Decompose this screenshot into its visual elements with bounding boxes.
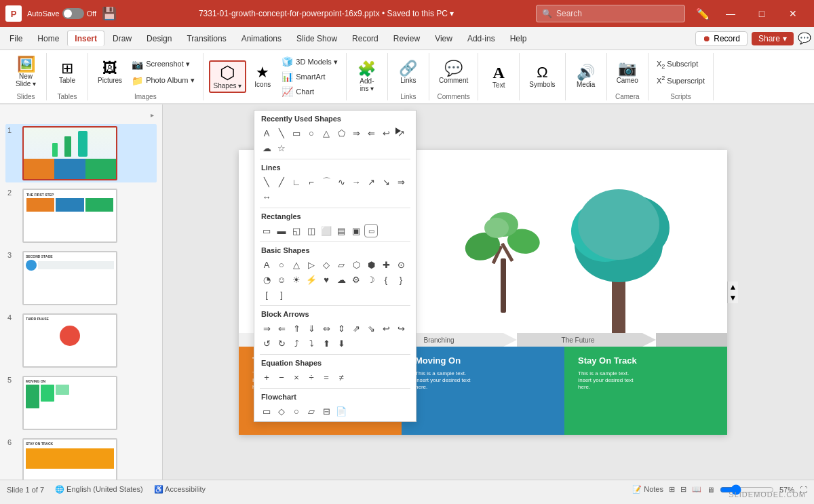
maximize-button[interactable]: □ [746, 0, 777, 27]
eq-notequal[interactable]: ≠ [334, 370, 348, 384]
pictures-button[interactable]: 🖼 Pictures [94, 58, 126, 87]
rect-1[interactable]: ▭ [260, 224, 273, 237]
barrow-bent[interactable]: ↩ [379, 322, 393, 335]
comment-icon[interactable]: 💬 [798, 32, 811, 45]
basic-ring[interactable]: ⊙ [394, 258, 408, 271]
vertical-scrollbar[interactable]: ▲ ▼ [727, 282, 738, 303]
menu-insert[interactable]: Insert [67, 31, 104, 46]
barrow-r[interactable]: ⇒ [260, 322, 273, 335]
line-arrow4[interactable]: ⇒ [394, 175, 408, 189]
shape-pentagon[interactable]: ⬠ [334, 126, 348, 140]
barrow-notch[interactable]: ⬆ [319, 336, 333, 350]
menu-design[interactable]: Design [140, 31, 178, 46]
slide-thumb-3[interactable]: 3 SECOND STAGE [5, 249, 157, 307]
close-button[interactable]: ✕ [777, 0, 809, 27]
basic-text[interactable]: A [260, 258, 273, 271]
media-button[interactable]: 🔊 Media [571, 62, 601, 91]
chart-button[interactable]: 📈 Chart [279, 85, 341, 98]
barrow-d[interactable]: ⇓ [305, 322, 318, 335]
search-box[interactable]: 🔍 Search [536, 5, 685, 22]
shape-text-icon[interactable]: A [260, 126, 273, 140]
barrow-ud[interactable]: ⇕ [334, 322, 348, 335]
barrow-diag[interactable]: ⇗ [349, 322, 363, 335]
presenter-view-icon[interactable]: 🖥 [707, 486, 714, 494]
menu-record[interactable]: Record [345, 31, 385, 46]
barrow-strip[interactable]: ⤴ [290, 336, 303, 350]
text-button[interactable]: A Text [484, 62, 513, 92]
shape-cursor-icon[interactable]: ↗ [394, 126, 408, 140]
slide-thumb-4[interactable]: 4 THIRD PHASE [5, 311, 157, 370]
line-angle[interactable]: ∟ [290, 175, 303, 189]
barrow-notch2[interactable]: ⬇ [334, 336, 348, 350]
menu-review[interactable]: Review [387, 31, 427, 46]
line-straight[interactable]: ╲ [260, 175, 273, 189]
flow-data[interactable]: ▱ [305, 404, 318, 418]
basic-diamond[interactable]: ◇ [319, 258, 333, 271]
basic-block-arc[interactable]: ◔ [260, 273, 273, 286]
barrow-u[interactable]: ⇑ [290, 322, 303, 335]
scroll-down-button[interactable]: ▼ [729, 292, 737, 303]
barrow-lr[interactable]: ⇔ [319, 322, 333, 335]
slide-thumb-5[interactable]: 5 MOVING ON [5, 374, 157, 432]
minimize-button[interactable]: — [715, 0, 746, 27]
comment-button[interactable]: 💬 Comment [435, 58, 472, 87]
save-icon[interactable]: 💾 [102, 6, 117, 21]
line-curve[interactable]: ⌒ [319, 175, 333, 189]
basic-rtri[interactable]: ▷ [305, 258, 318, 271]
basic-lightning[interactable]: ⚡ [305, 273, 318, 286]
line-freeform[interactable]: ∿ [334, 175, 348, 189]
shapes-button[interactable]: ⬡ Shapes ▾ [209, 60, 247, 93]
flow-doc[interactable]: 📄 [334, 404, 348, 418]
smartart-button[interactable]: 📊 SmartArt [279, 70, 341, 83]
menu-addins[interactable]: Add-ins [461, 31, 502, 46]
barrow-curve[interactable]: ↺ [260, 336, 273, 350]
rect-2[interactable]: ▬ [275, 224, 288, 237]
barrow-bent2[interactable]: ↪ [394, 322, 408, 335]
screenshot-button[interactable]: 📷 Screenshot ▾ [129, 58, 197, 71]
basic-brace-r[interactable]: } [394, 273, 408, 286]
rect-7[interactable]: ▣ [349, 224, 363, 237]
normal-view-icon[interactable]: ⊞ [669, 485, 675, 494]
flow-process[interactable]: ▭ [260, 404, 273, 418]
photo-album-button[interactable]: 📁 Photo Album ▾ [129, 74, 197, 88]
basic-triangle[interactable]: △ [290, 258, 303, 271]
rect-5[interactable]: ⬜ [319, 224, 333, 237]
cameo-button[interactable]: 📷 Cameo [613, 58, 642, 87]
record-button[interactable]: ⏺ Record [695, 31, 748, 46]
basic-hex[interactable]: ⬡ [349, 258, 363, 271]
line-double[interactable]: ⌐ [305, 175, 318, 189]
eq-equals[interactable]: = [319, 370, 333, 384]
shape-oval[interactable]: ○ [305, 126, 318, 140]
basic-heart[interactable]: ♥ [319, 273, 333, 286]
shape-arrow-right[interactable]: ⇒ [349, 126, 363, 140]
eq-minus[interactable]: − [275, 370, 288, 384]
slide-thumb-1[interactable]: 1 [5, 124, 157, 182]
flow-predefined[interactable]: ⊟ [319, 404, 333, 418]
basic-bracket-r[interactable]: ] [275, 288, 288, 301]
accessibility-info[interactable]: ♿ Accessibility [154, 485, 206, 494]
basic-sun[interactable]: ☀ [290, 273, 303, 286]
menu-animations[interactable]: Animations [235, 31, 288, 46]
menu-home[interactable]: Home [31, 31, 66, 46]
basic-cloud[interactable]: ☁ [334, 273, 348, 286]
menu-file[interactable]: File [3, 31, 29, 46]
basic-gear[interactable]: ⚙ [349, 273, 363, 286]
slide-thumb-2[interactable]: 2 THE FIRST STEP [5, 187, 157, 245]
rect-6[interactable]: ▤ [334, 224, 348, 237]
scroll-up-button[interactable]: ▲ [729, 282, 737, 292]
symbols-button[interactable]: Ω Symbols [525, 62, 559, 91]
menu-help[interactable]: Help [503, 31, 534, 46]
line-double-arrow[interactable]: ↔ [260, 190, 273, 203]
barrow-diag2[interactable]: ⇘ [364, 322, 378, 335]
eq-times[interactable]: × [290, 370, 303, 384]
rect-3[interactable]: ◱ [290, 224, 303, 237]
new-slide-button[interactable]: 🖼️ NewSlide ▾ [11, 54, 41, 90]
superscript-button[interactable]: X2 Superscript [654, 73, 708, 86]
shape-line[interactable]: ╲ [275, 126, 288, 140]
basic-oct[interactable]: ⬢ [364, 258, 378, 271]
subscript-button[interactable]: X2 Subscript [654, 58, 708, 71]
barrow-strip2[interactable]: ⤵ [305, 336, 318, 350]
line-straight2[interactable]: ╱ [275, 175, 288, 189]
menu-view[interactable]: View [428, 31, 459, 46]
shape-triangle[interactable]: △ [319, 126, 333, 140]
